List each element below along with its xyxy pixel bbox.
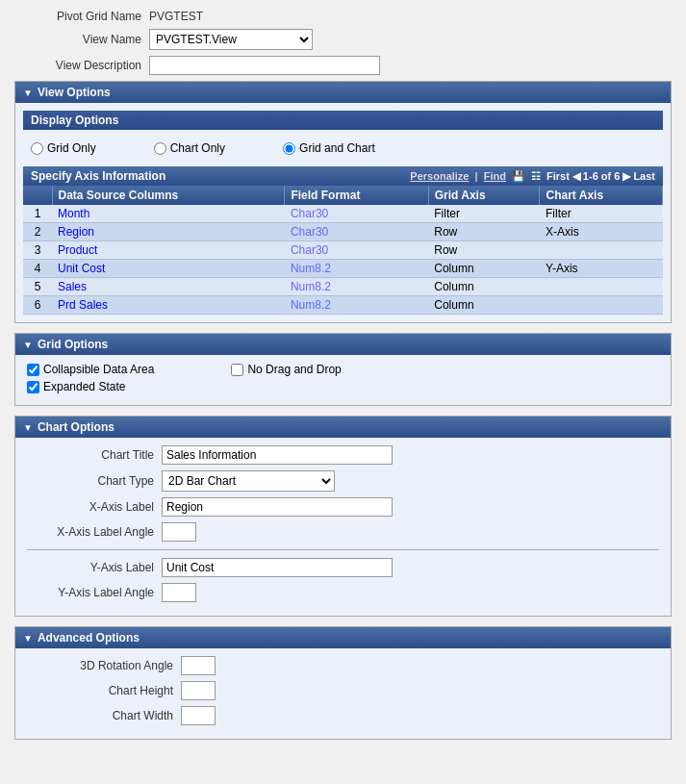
chart-type-row: Chart Type 2D Bar Chart 3D Bar Chart Lin… xyxy=(27,470,659,492)
view-name-select[interactable]: PVGTEST.View xyxy=(149,29,313,50)
advanced-options-header[interactable]: ▼ Advanced Options xyxy=(15,627,671,648)
table-row: 5 Sales Num8.2 Column xyxy=(23,278,663,296)
row-field-format: Num8.2 xyxy=(285,296,428,315)
axis-header-controls: Personalize | Find 💾 ☷ First ◀ 1-6 of 6 … xyxy=(410,170,655,183)
table-row: 2 Region Char30 Row X-Axis xyxy=(23,223,663,241)
x-axis-label-row: X-Axis Label xyxy=(27,497,659,517)
radio-chart-only-label: Chart Only xyxy=(170,141,225,155)
row-grid-axis: Column xyxy=(428,278,540,296)
pivot-grid-name-value: PVGTEST xyxy=(149,10,203,23)
chart-width-input[interactable] xyxy=(181,706,216,725)
radio-chart-only[interactable]: Chart Only xyxy=(154,141,225,155)
radio-grid-and-chart-input[interactable] xyxy=(283,142,295,155)
table-row: 1 Month Char30 Filter Filter xyxy=(23,205,663,223)
x-axis-angle-input[interactable] xyxy=(162,522,196,542)
row-chart-axis: Filter xyxy=(540,205,663,223)
view-options-body: Display Options Grid Only Chart Only Gri… xyxy=(15,103,671,322)
collapsible-checkbox-label[interactable]: Collapsible Data Area xyxy=(27,363,154,376)
advanced-options-title: Advanced Options xyxy=(38,631,140,645)
table-row: 6 Prd Sales Num8.2 Column xyxy=(23,296,663,315)
radio-grid-and-chart[interactable]: Grid and Chart xyxy=(283,141,375,155)
view-description-input[interactable] xyxy=(149,56,380,75)
axis-table: Data Source Columns Field Format Grid Ax… xyxy=(23,186,663,315)
x-axis-angle-label: X-Axis Label Angle xyxy=(27,525,162,539)
col-grid-axis: Grid Axis xyxy=(428,186,540,205)
axis-info-section: Specify Axis Information Personalize | F… xyxy=(23,166,663,315)
row-data-source[interactable]: Sales xyxy=(52,278,285,296)
grid-icon[interactable]: ☷ xyxy=(531,170,541,183)
expanded-checkbox[interactable] xyxy=(27,381,39,393)
find-link[interactable]: Find xyxy=(484,170,506,182)
chart-type-select[interactable]: 2D Bar Chart 3D Bar Chart Line Chart Pie… xyxy=(162,470,335,492)
collapsible-checkbox[interactable] xyxy=(27,364,39,376)
radio-grid-only-label: Grid Only xyxy=(47,141,96,155)
row-data-source[interactable]: Prd Sales xyxy=(52,296,285,315)
radio-grid-and-chart-label: Grid and Chart xyxy=(299,141,375,155)
row-grid-axis: Column xyxy=(428,260,540,278)
y-axis-angle-input[interactable] xyxy=(162,583,196,602)
chart-height-input[interactable] xyxy=(181,681,216,700)
advanced-options-panel: ▼ Advanced Options 3D Rotation Angle Cha… xyxy=(14,626,672,740)
no-drag-checkbox[interactable] xyxy=(231,364,243,376)
view-options-header[interactable]: ▼ View Options xyxy=(15,82,671,103)
table-row: 3 Product Char30 Row xyxy=(23,241,663,260)
no-drag-checkbox-label[interactable]: No Drag and Drop xyxy=(231,363,341,376)
chart-options-panel: ▼ Chart Options Chart Title Chart Type 2… xyxy=(14,416,672,617)
row-num: 1 xyxy=(23,205,52,223)
row-data-source[interactable]: Unit Cost xyxy=(52,260,285,278)
chart-type-label: Chart Type xyxy=(27,474,162,488)
view-description-label: View Description xyxy=(14,59,149,72)
grid-options-arrow: ▼ xyxy=(23,340,33,350)
row-grid-axis: Filter xyxy=(428,205,540,223)
axis-personalize-link[interactable]: Personalize | Find xyxy=(410,170,506,182)
personalize-link[interactable]: Personalize xyxy=(410,170,469,182)
row-num: 3 xyxy=(23,241,52,260)
row-data-source[interactable]: Product xyxy=(52,241,285,260)
row-num: 6 xyxy=(23,296,52,315)
axis-nav: First ◀ 1-6 of 6 ▶ Last xyxy=(546,170,655,183)
row-field-format: Num8.2 xyxy=(285,260,428,278)
row-num: 2 xyxy=(23,223,52,241)
chart-title-label: Chart Title xyxy=(27,448,162,462)
nav-prev-icon[interactable]: ◀ xyxy=(572,170,580,183)
chart-width-label: Chart Width xyxy=(27,709,181,722)
row-num: 5 xyxy=(23,278,52,296)
y-axis-label-label: Y-Axis Label xyxy=(27,561,162,574)
export-icon[interactable]: 💾 xyxy=(512,170,525,183)
y-axis-label-row: Y-Axis Label xyxy=(27,558,659,577)
row-field-format: Char30 xyxy=(285,205,428,223)
row-grid-axis: Row xyxy=(428,223,540,241)
x-axis-label-input[interactable] xyxy=(162,497,393,517)
rotation-input[interactable] xyxy=(181,656,216,675)
grid-checkboxes-row1: Collapsible Data Area No Drag and Drop xyxy=(27,363,659,380)
row-data-source[interactable]: Region xyxy=(52,223,285,241)
advanced-options-body: 3D Rotation Angle Chart Height Chart Wid… xyxy=(15,648,671,739)
radio-grid-only[interactable]: Grid Only xyxy=(31,141,96,155)
display-options-header: Display Options xyxy=(23,111,663,130)
y-axis-label-input[interactable] xyxy=(162,558,393,577)
view-name-label: View Name xyxy=(14,33,149,46)
radio-grid-only-input[interactable] xyxy=(31,142,43,155)
row-data-source[interactable]: Month xyxy=(52,205,285,223)
view-name-row: View Name PVGTEST.View xyxy=(14,29,672,50)
axis-info-title: Specify Axis Information xyxy=(31,169,165,183)
expanded-label: Expanded State xyxy=(43,380,125,393)
page-container: Pivot Grid Name PVGTEST View Name PVGTES… xyxy=(0,0,686,759)
grid-options-header[interactable]: ▼ Grid Options xyxy=(15,334,671,355)
chart-title-input[interactable] xyxy=(162,445,393,465)
y-axis-angle-row: Y-Axis Label Angle xyxy=(27,583,659,602)
expanded-checkbox-label[interactable]: Expanded State xyxy=(27,380,659,393)
row-chart-axis: X-Axis xyxy=(540,223,663,241)
col-data-source: Data Source Columns xyxy=(52,186,285,205)
chart-options-title: Chart Options xyxy=(38,420,114,434)
row-field-format: Char30 xyxy=(285,223,428,241)
chart-height-label: Chart Height xyxy=(27,684,181,697)
row-chart-axis xyxy=(540,296,663,315)
rotation-label: 3D Rotation Angle xyxy=(27,659,181,672)
chart-options-header[interactable]: ▼ Chart Options xyxy=(15,417,671,438)
nav-next-icon[interactable]: ▶ xyxy=(622,170,630,183)
row-grid-axis: Column xyxy=(428,296,540,315)
radio-chart-only-input[interactable] xyxy=(154,142,166,155)
rotation-row: 3D Rotation Angle xyxy=(27,656,659,675)
collapsible-label: Collapsible Data Area xyxy=(43,363,154,376)
